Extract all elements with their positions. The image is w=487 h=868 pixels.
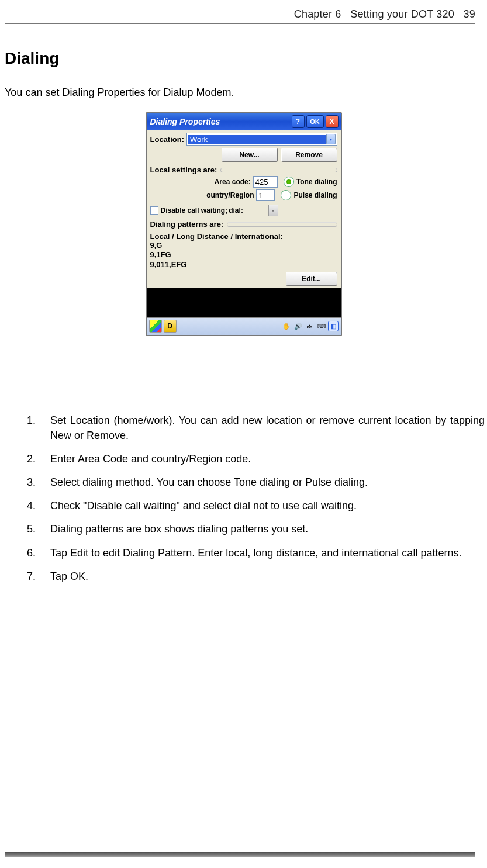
taskbar: D ✋ 🔊 🖧 ⌨ ◧ — [147, 317, 341, 335]
location-value: Work — [188, 135, 326, 144]
footer-bar — [5, 852, 475, 857]
pulse-dialing-label: Pulse dialing — [293, 191, 337, 199]
window-title: Dialing Properties — [150, 117, 290, 126]
tray-network-icon[interactable]: 🖧 — [305, 321, 315, 331]
country-region-value: 1 — [258, 191, 263, 200]
ok-button[interactable]: OK — [306, 115, 324, 128]
pulse-dialing-radio[interactable] — [281, 190, 291, 200]
close-button[interactable]: X — [326, 115, 339, 128]
patterns-subheader: Local / Long Distance / International: — [150, 232, 337, 241]
taskbar-app-label: D — [167, 322, 172, 330]
step-5: Dialing patterns are box shows dialing p… — [27, 521, 485, 537]
location-combobox[interactable]: Work ▾ — [186, 133, 337, 146]
start-icon[interactable] — [149, 320, 162, 333]
ok-label: OK — [310, 118, 320, 125]
tray-volume-icon[interactable]: 🔊 — [293, 321, 303, 331]
dialog-body: Location: Work ▾ New... Remove Local set… — [147, 130, 341, 288]
tone-dialing-label: Tone dialing — [296, 178, 337, 186]
step-3: Select dialing method. You can choose To… — [27, 475, 485, 490]
tray-desktop-icon[interactable]: ◧ — [328, 321, 339, 331]
system-tray: ✋ 🔊 🖧 ⌨ ◧ — [281, 321, 339, 331]
taskbar-app-icon[interactable]: D — [164, 320, 177, 333]
group-rule — [220, 168, 337, 172]
area-code-label: Area code: — [150, 178, 251, 186]
disable-call-waiting-checkbox[interactable] — [150, 206, 158, 215]
chapter-title: Setting your DOT 320 — [350, 8, 454, 20]
chapter-label: Chapter 6 — [294, 8, 341, 20]
chevron-down-icon: ▾ — [268, 205, 278, 216]
new-label: New... — [239, 151, 259, 159]
step-1: Set Location (home/work). You can add ne… — [27, 413, 485, 443]
dialing-properties-window: Dialing Properties ? OK X Location: Work… — [146, 112, 342, 336]
page-number: 39 — [464, 8, 475, 20]
help-icon: ? — [296, 117, 300, 126]
step-6: Tap Edit to edit Dialing Pattern. Enter … — [27, 545, 485, 561]
section-intro: You can set Dialing Properties for Dialu… — [5, 87, 234, 99]
tray-hand-icon[interactable]: ✋ — [281, 321, 292, 331]
tone-dialing-radio[interactable] — [284, 177, 294, 187]
area-code-value: 425 — [255, 178, 268, 186]
remove-label: Remove — [295, 151, 323, 159]
black-area — [147, 288, 341, 317]
dial-label: dial: — [229, 206, 243, 215]
pattern-line-3: 9,011,EFG — [150, 260, 337, 269]
titlebar: Dialing Properties ? OK X — [147, 113, 341, 130]
chevron-down-icon: ▾ — [326, 134, 336, 144]
section-heading: Dialing — [5, 49, 59, 68]
step-7: Tap OK. — [27, 569, 485, 584]
tray-keyboard-icon[interactable]: ⌨ — [316, 321, 327, 331]
header-rule — [5, 23, 475, 24]
location-label: Location: — [150, 135, 185, 144]
close-icon: X — [329, 117, 334, 126]
step-2: Enter Area Code and country/Region code. — [27, 451, 485, 466]
help-button[interactable]: ? — [292, 115, 305, 128]
dial-combobox[interactable]: ▾ — [246, 205, 278, 216]
country-region-field[interactable]: 1 — [256, 189, 275, 201]
new-button[interactable]: New... — [222, 148, 278, 162]
local-settings-header: Local settings are: — [150, 165, 217, 174]
dialing-patterns-header: Dialing patterns are: — [150, 220, 224, 229]
edit-button[interactable]: Edit... — [286, 272, 337, 286]
group-rule — [227, 222, 337, 227]
remove-button[interactable]: Remove — [281, 148, 337, 162]
step-4: Check "Disable call waiting" and select … — [27, 498, 485, 513]
country-region-label: ountry/Region — [150, 191, 254, 199]
edit-label: Edit... — [302, 275, 321, 283]
page-header: Chapter 6 Setting your DOT 320 39 — [294, 8, 475, 20]
pattern-line-1: 9,G — [150, 241, 337, 250]
instruction-list: Set Location (home/work). You can add ne… — [27, 413, 485, 592]
area-code-field[interactable]: 425 — [253, 176, 278, 188]
pattern-line-2: 9,1FG — [150, 250, 337, 260]
disable-call-waiting-label: Disable call waiting; — [161, 206, 228, 215]
